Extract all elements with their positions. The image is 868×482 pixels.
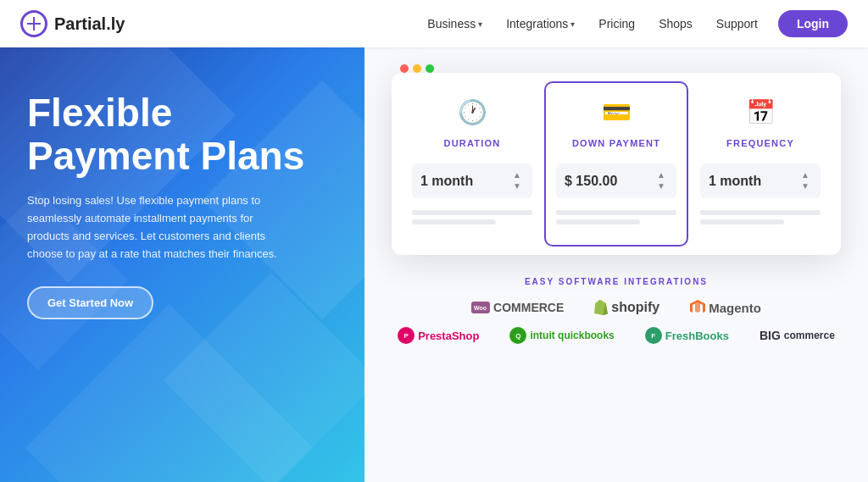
magento-logo: Magento [690,300,761,315]
duration-value: 1 month [420,174,473,189]
hero-section: Flexible Payment Plans Stop losing sales… [0,47,868,482]
down-payment-card: 💳 DOWN PAYMENT $ 150.00 ▲ ▼ [544,81,688,247]
down-payment-control: $ 150.00 ▲ ▼ [556,163,676,198]
frequency-control: 1 month ▲ ▼ [700,163,821,198]
payment-icon: 💳 [602,98,632,126]
hero-left-panel: Flexible Payment Plans Stop losing sales… [0,47,364,482]
nav-item-pricing[interactable]: Pricing [598,17,635,30]
freshbooks-badge: F [645,327,662,344]
integrations-row-1: Woo COMMERCE shopify [471,300,761,315]
down-payment-label: DOWN PAYMENT [572,138,660,148]
plan-line [700,210,821,215]
freshbooks-logo: F FreshBooks [645,327,729,344]
nav-item-shops[interactable]: Shops [659,17,693,30]
nav-item-business[interactable]: Business ▾ [427,17,482,30]
duration-arrows: ▲ ▼ [510,170,524,191]
payment-plans-widget: 🕐 DURATION 1 month ▲ ▼ 💳 DOWN PAYMENT [392,73,841,255]
logo[interactable]: Partial.ly [20,10,125,37]
duration-control: 1 month ▲ ▼ [412,163,532,198]
down-payment-down-button[interactable]: ▼ [654,181,668,191]
navbar: Partial.ly Business ▾ Integrations ▾ Pri… [0,0,868,47]
login-button[interactable]: Login [778,10,848,37]
window-controls [400,64,434,73]
integrations-section: EASY SOFTWARE INTEGRATIONS Woo COMMERCE [364,277,868,356]
quickbooks-badge: Q [509,327,526,344]
chevron-down-icon: ▾ [478,19,482,29]
nav-links: Business ▾ Integrations ▾ Pricing Shops … [427,17,758,30]
duration-card: 🕐 DURATION 1 month ▲ ▼ [400,81,544,247]
plan-line [556,210,676,215]
clock-icon: 🕐 [458,98,487,126]
duration-down-button[interactable]: ▼ [510,181,524,191]
integrations-row-2: P PrestaShop Q intuit quickbooks F Fresh… [398,327,835,344]
frequency-up-button[interactable]: ▲ [798,170,812,180]
frequency-label: FREQUENCY [726,138,794,148]
woocommerce-logo: Woo COMMERCE [471,301,564,314]
bigcommerce-logo: BIGcommerce [760,329,835,342]
calendar-icon: 📅 [746,98,776,126]
shopify-logo: shopify [594,300,659,315]
frequency-arrows: ▲ ▼ [798,170,812,191]
close-dot [400,64,409,73]
svg-text:Woo: Woo [474,305,487,311]
expand-dot [426,64,434,73]
shopify-icon [594,300,608,315]
frequency-lines [700,210,821,224]
woo-icon: Woo [471,302,490,313]
logo-icon [20,10,47,37]
duration-label: DURATION [444,138,501,148]
plan-line [412,210,532,215]
quickbooks-logo: Q intuit quickbooks [509,327,614,344]
down-payment-up-button[interactable]: ▲ [654,170,668,180]
hero-description: Stop losing sales! Use flexible payment … [27,192,281,263]
plan-line [412,219,496,224]
hero-right-panel: 🕐 DURATION 1 month ▲ ▼ 💳 DOWN PAYMENT [364,47,868,482]
duration-up-button[interactable]: ▲ [510,170,524,180]
frequency-value: 1 month [709,174,761,189]
plan-line [700,219,784,224]
nav-item-integrations[interactable]: Integrations ▾ [506,17,575,30]
chevron-down-icon: ▾ [570,19,575,29]
duration-lines [412,210,532,224]
frequency-down-button[interactable]: ▼ [798,181,812,191]
frequency-card: 📅 FREQUENCY 1 month ▲ ▼ [688,81,832,247]
logo-text: Partial.ly [54,14,125,34]
prestashop-badge: P [398,327,415,344]
down-payment-arrows: ▲ ▼ [654,170,668,191]
nav-item-support[interactable]: Support [716,17,758,30]
integrations-title: EASY SOFTWARE INTEGRATIONS [525,277,708,286]
down-payment-lines [556,210,676,224]
plan-line [556,219,640,224]
hero-title: Flexible Payment Plans [27,91,337,177]
get-started-button[interactable]: Get Started Now [27,286,153,319]
down-payment-value: $ 150.00 [565,174,617,189]
prestashop-logo: P PrestaShop [398,327,479,344]
magento-icon [690,300,705,315]
minimize-dot [413,64,421,73]
